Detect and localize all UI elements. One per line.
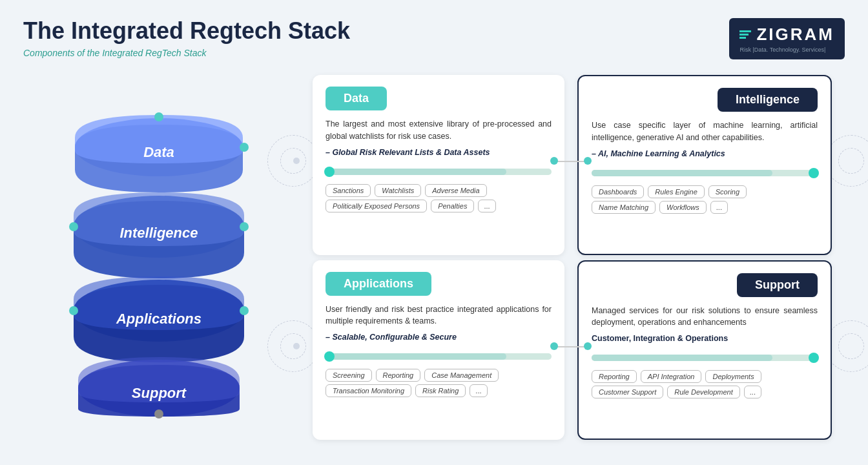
data-badge: Data <box>326 87 387 110</box>
data-progress-bar <box>326 169 552 175</box>
right-ring-inner-intel <box>838 148 864 174</box>
intel-progress-fill <box>592 170 772 176</box>
intel-connector-dot <box>550 157 558 165</box>
apps-tags-row2: Transaction Monitoring Risk Rating ... <box>326 384 552 397</box>
intelligence-emphasis: – AI, Machine Learning & Analytics <box>592 149 818 158</box>
applications-card: Applications User friendly and risk best… <box>313 260 564 440</box>
apps-progress-bar <box>326 353 552 360</box>
svg-text:Intelligence: Intelligence <box>119 225 198 241</box>
tag-case-management[interactable]: Case Management <box>424 369 499 382</box>
svg-point-14 <box>240 143 249 152</box>
support-tags-row2: Customer Support Rule Development ... <box>592 386 818 398</box>
data-progress-dot-left <box>324 167 335 177</box>
left-dot-apps <box>293 343 300 349</box>
title-area: The Integrated Regtech Stack Components … <box>23 18 350 58</box>
tag-customer-support[interactable]: Customer Support <box>592 386 663 398</box>
tag-name-matching[interactable]: Name Matching <box>592 201 656 214</box>
support-quadrant: Support Managed services for our risk so… <box>574 256 845 437</box>
data-tags-row1: Sanctions Watchlists Adverse Media <box>326 184 552 197</box>
svg-point-13 <box>240 306 249 315</box>
support-progress-bar <box>592 355 818 361</box>
intelligence-badge-row: Intelligence <box>592 88 818 119</box>
data-description: The largest and most extensive library o… <box>326 118 552 143</box>
tag-watchlists[interactable]: Watchlists <box>375 184 421 197</box>
logo-text: ZIGRAM <box>756 25 834 45</box>
logo-container: ZIGRAM Risk |Data. Technology. Services| <box>729 18 845 59</box>
support-progress-dot-right <box>809 353 819 363</box>
logo-name-row: ZIGRAM <box>739 25 834 45</box>
applications-quadrant: Applications User friendly and risk best… <box>300 256 568 437</box>
bar2 <box>739 34 749 36</box>
tag-risk-rating[interactable]: Risk Rating <box>415 384 466 397</box>
intel-more-button[interactable]: ... <box>710 201 728 214</box>
right-ring-inner-support <box>838 333 864 359</box>
support-card: Support Managed services for our risk so… <box>577 260 832 440</box>
data-quadrant: Data The largest and most extensive libr… <box>300 71 568 251</box>
logo-icon <box>739 30 751 39</box>
support-more-button[interactable]: ... <box>744 386 761 398</box>
logo-tagline: Risk |Data. Technology. Services| <box>739 46 825 53</box>
data-connector-dot <box>584 157 592 165</box>
intelligence-description: Use case specific layer of machine learn… <box>592 119 818 144</box>
intel-progress-dot-right <box>809 168 819 178</box>
data-card: Data The largest and most extensive libr… <box>313 75 564 255</box>
svg-point-11 <box>240 222 249 231</box>
tag-api-integration[interactable]: API Integration <box>641 370 702 383</box>
intelligence-quadrant: Intelligence Use case specific layer of … <box>574 71 845 251</box>
support-description: Managed services for our risk solutions … <box>592 305 818 329</box>
data-more-button[interactable]: ... <box>478 200 495 212</box>
svg-text:Support: Support <box>132 385 187 401</box>
apps-progress-fill <box>326 353 506 360</box>
support-badge-row: Support <box>592 273 818 305</box>
tag-sanctions[interactable]: Sanctions <box>326 184 371 197</box>
svg-point-2 <box>154 112 163 121</box>
data-tags-row2: Politically Exposed Persons Penalties ..… <box>326 200 552 212</box>
content-grid: Data The largest and most extensive libr… <box>23 71 845 436</box>
svg-point-12 <box>69 306 78 315</box>
main-container: The Integrated Regtech Stack Components … <box>0 0 868 465</box>
svg-text:Applications: Applications <box>116 311 202 327</box>
page-title: The Integrated Regtech Stack <box>23 18 350 44</box>
svg-point-9 <box>154 409 163 418</box>
tag-pep[interactable]: Politically Exposed Persons <box>326 200 427 212</box>
header-section: The Integrated Regtech Stack Components … <box>23 18 845 59</box>
tag-transaction-monitoring[interactable]: Transaction Monitoring <box>326 384 411 397</box>
center-visual: Data Intelligence Applications <box>23 71 294 436</box>
applications-description: User friendly and risk best practice int… <box>326 304 552 328</box>
intelligence-card: Intelligence Use case specific layer of … <box>577 75 832 255</box>
apps-progress-dot-left <box>324 351 335 362</box>
bar1 <box>739 30 751 32</box>
apps-connector-dot <box>584 342 592 350</box>
applications-emphasis: – Scalable, Configurable & Secure <box>326 333 552 342</box>
tag-rules-engine[interactable]: Rules Engine <box>648 185 704 198</box>
support-connector-dot <box>550 342 558 350</box>
tag-dashboards[interactable]: Dashboards <box>592 185 644 198</box>
intelligence-badge: Intelligence <box>718 88 818 112</box>
support-emphasis: Customer, Integration & Operations <box>592 334 818 343</box>
applications-badge: Applications <box>326 272 431 296</box>
support-progress-fill <box>592 355 772 361</box>
intel-tags-row1: Dashboards Rules Engine Scoring <box>592 185 818 198</box>
tag-deployments[interactable]: Deployments <box>705 370 761 383</box>
intel-progress-bar <box>592 170 818 176</box>
tag-workflows[interactable]: Workflows <box>659 201 707 214</box>
support-badge: Support <box>737 273 818 297</box>
apps-more-button[interactable]: ... <box>470 384 487 397</box>
tag-penalties[interactable]: Penalties <box>431 200 474 212</box>
intel-tags-row2: Name Matching Workflows ... <box>592 201 818 214</box>
tag-screening[interactable]: Screening <box>326 369 372 382</box>
tag-reporting-support[interactable]: Reporting <box>592 370 637 383</box>
data-progress-fill <box>326 169 506 175</box>
stack-visual: Data Intelligence Applications <box>68 86 249 422</box>
svg-point-10 <box>69 222 78 231</box>
tag-reporting-apps[interactable]: Reporting <box>376 369 421 382</box>
bar3 <box>739 37 746 39</box>
support-tags-row1: Reporting API Integration Deployments <box>592 370 818 383</box>
apps-tags-row1: Screening Reporting Case Management <box>326 369 552 382</box>
tag-rule-development[interactable]: Rule Development <box>667 386 740 398</box>
page-subtitle: Components of the Integrated RegTech Sta… <box>23 48 350 58</box>
svg-text:Data: Data <box>143 144 174 160</box>
tag-adverse-media[interactable]: Adverse Media <box>425 184 486 197</box>
data-emphasis: – Global Risk Relevant Lists & Data Asse… <box>326 148 552 157</box>
tag-scoring[interactable]: Scoring <box>708 185 747 198</box>
